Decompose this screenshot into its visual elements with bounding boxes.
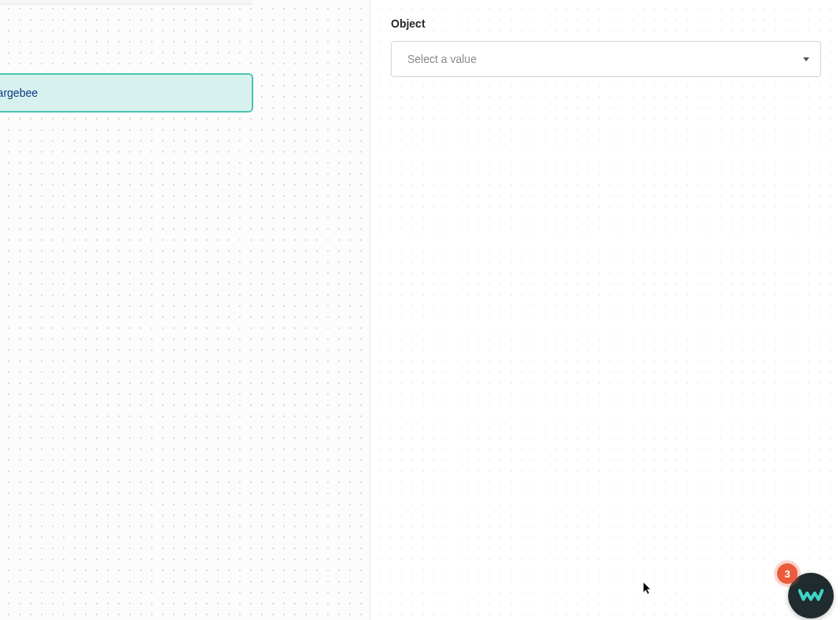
object-select-placeholder: Select a value: [407, 53, 477, 65]
trigger-block-chargebee[interactable]: hargebee: [0, 73, 253, 113]
chat-launcher-button[interactable]: 3: [788, 573, 834, 618]
object-select[interactable]: Select a value: [391, 41, 821, 77]
trigger-block-label: hargebee: [0, 87, 38, 99]
canvas-top-strip: [0, 0, 252, 5]
config-panel: Object Select a value: [370, 0, 840, 620]
chat-logo-icon: [798, 583, 823, 608]
chat-notification-badge: 3: [777, 563, 798, 584]
workflow-canvas[interactable]: hargebee: [0, 0, 370, 620]
chevron-down-icon: [803, 57, 809, 61]
object-field-label: Object: [391, 17, 821, 30]
